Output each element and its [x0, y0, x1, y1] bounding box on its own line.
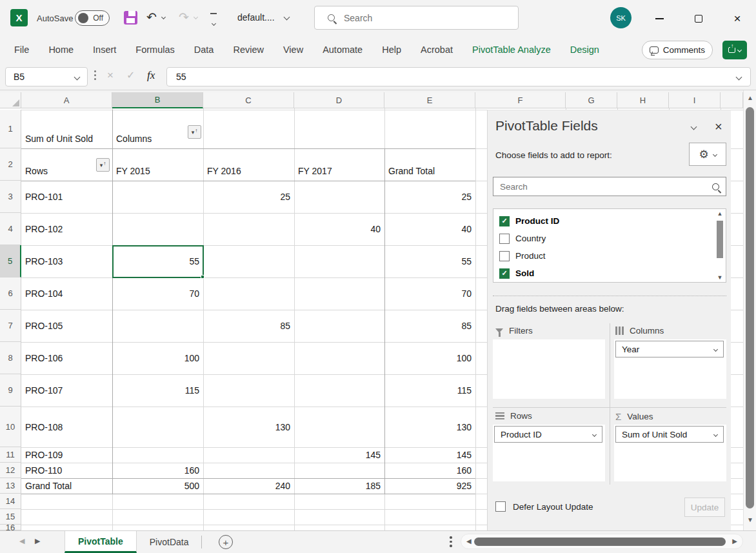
pivot-cell[interactable]: 40	[384, 213, 475, 245]
insert-function-icon[interactable]: fx	[147, 69, 155, 82]
ribbon-tab-formulas[interactable]: Formulas	[135, 45, 174, 55]
close-button[interactable]: ×	[723, 9, 751, 28]
pane-search-input[interactable]	[500, 182, 712, 192]
pivot-corner-cell[interactable]: Sum of Unit Sold	[21, 110, 112, 148]
pivot-grand-total-cell[interactable]: 240	[203, 478, 294, 494]
row-header-5[interactable]: 5	[0, 245, 21, 277]
row-header-7[interactable]: 7	[0, 310, 21, 342]
scroll-down-icon[interactable]: ▼	[715, 274, 724, 281]
search-input[interactable]	[344, 13, 499, 23]
field-checkbox[interactable]	[499, 234, 510, 244]
column-header-A[interactable]: A	[21, 92, 112, 108]
ribbon-tab-file[interactable]: File	[14, 45, 29, 55]
select-all-corner[interactable]	[0, 92, 21, 108]
pivot-grand-total-label[interactable]: Grand Total	[21, 478, 112, 494]
pivot-grand-total-cell[interactable]: 185	[294, 478, 384, 494]
save-icon[interactable]	[124, 11, 137, 25]
pivot-row-label[interactable]: PRO-105	[21, 310, 112, 342]
row-header-8[interactable]: 8	[0, 342, 21, 374]
row-header-4[interactable]: 4	[0, 213, 21, 245]
titlebar-search[interactable]	[314, 6, 519, 30]
row-header-9[interactable]: 9	[0, 374, 21, 407]
pivot-column-header[interactable]: Grand Total	[384, 148, 475, 181]
rows-area-box[interactable]: Product ID	[493, 425, 605, 481]
horizontal-scroll-thumb[interactable]	[474, 538, 726, 546]
vertical-scroll-thumb[interactable]	[746, 107, 754, 508]
scroll-up-icon[interactable]: ▲	[715, 210, 724, 217]
minimize-button[interactable]	[645, 9, 673, 28]
pivot-cell[interactable]: 70	[384, 277, 475, 310]
defer-layout-checkbox[interactable]	[495, 501, 506, 512]
ribbon-tab-view[interactable]: View	[283, 45, 303, 55]
share-button[interactable]	[722, 41, 747, 59]
row-header-2[interactable]: 2	[0, 148, 21, 181]
pivot-cell[interactable]: 160	[384, 463, 475, 478]
pane-close-icon[interactable]: ×	[715, 119, 722, 134]
horizontal-scrollbar[interactable]: ◀ ▶	[461, 534, 743, 549]
pivot-row-label[interactable]: PRO-104	[21, 277, 112, 310]
ribbon-tab-insert[interactable]: Insert	[93, 45, 116, 55]
columns-area-item[interactable]: Year	[615, 341, 724, 357]
field-list[interactable]: ✓Product IDCountryProduct✓Sold ▲ ▼	[493, 208, 726, 283]
undo-icon[interactable]: ↶	[146, 11, 157, 23]
avatar[interactable]: SK	[610, 7, 632, 28]
quick-access-chevron-icon[interactable]	[210, 13, 217, 28]
pivot-row-label[interactable]: PRO-110	[21, 463, 112, 478]
pivot-cell[interactable]: 85	[203, 310, 294, 342]
field-list-scrollbar[interactable]: ▲ ▼	[715, 210, 724, 281]
scroll-right-icon[interactable]: ▶	[732, 538, 737, 545]
row-header-16[interactable]: 16	[0, 525, 21, 530]
column-header-H[interactable]: H	[617, 92, 669, 108]
pivot-cell[interactable]: 85	[384, 310, 475, 342]
document-name[interactable]: default....	[237, 12, 275, 23]
formula-bar-expand-chevron-icon[interactable]	[736, 74, 742, 80]
ribbon-tab-acrobat[interactable]: Acrobat	[421, 45, 453, 55]
rows-filter-button[interactable]: ▾↑	[96, 158, 110, 172]
ribbon-tab-help[interactable]: Help	[382, 45, 401, 55]
pivot-row-label[interactable]: PRO-102	[21, 213, 112, 245]
ribbon-tab-pivottable-analyze[interactable]: PivotTable Analyze	[472, 45, 551, 55]
rows-area-item[interactable]: Product ID	[494, 426, 602, 443]
undo-chevron-icon[interactable]	[161, 15, 166, 19]
pivot-grand-total-cell[interactable]: 500	[112, 478, 203, 494]
pivot-column-header[interactable]: FY 2017	[294, 148, 384, 181]
scroll-thumb[interactable]	[717, 221, 723, 258]
item-chevron-icon[interactable]	[713, 347, 718, 351]
ribbon-tab-automate[interactable]: Automate	[323, 45, 363, 55]
values-area-box[interactable]: Sum of Unit Sold	[614, 425, 726, 481]
ribbon-tab-home[interactable]: Home	[48, 45, 74, 55]
pivot-row-label[interactable]: PRO-103	[21, 245, 112, 277]
pivot-cell[interactable]: 70	[112, 277, 203, 310]
doc-name-chevron-icon[interactable]	[284, 14, 290, 21]
column-header-G[interactable]: G	[566, 92, 617, 108]
pivot-column-header[interactable]: FY 2016	[203, 148, 294, 181]
pane-chevron-icon[interactable]	[691, 124, 697, 130]
add-sheet-button[interactable]: +	[219, 535, 233, 549]
name-box[interactable]: B5	[5, 67, 88, 86]
pivot-row-label[interactable]: PRO-106	[21, 342, 112, 374]
pivot-column-header[interactable]: FY 2015	[112, 148, 203, 181]
vertical-scrollbar[interactable]: ▲ ▼	[743, 90, 756, 530]
column-header-C[interactable]: C	[203, 92, 294, 108]
pivot-row-label[interactable]: PRO-108	[21, 407, 112, 447]
name-box-chevron-icon[interactable]	[74, 74, 81, 80]
row-header-3[interactable]: 3	[0, 181, 21, 213]
pivot-cell[interactable]: 100	[112, 342, 203, 374]
sheet-tab-pivotdata[interactable]: PivotData	[137, 531, 202, 553]
maximize-button[interactable]	[684, 9, 713, 28]
pivot-cell[interactable]: 100	[384, 342, 475, 374]
pivot-cell[interactable]: 25	[203, 181, 294, 213]
row-header-6[interactable]: 6	[0, 277, 21, 310]
pivot-cell[interactable]: 160	[112, 463, 203, 478]
ribbon-tab-review[interactable]: Review	[233, 45, 264, 55]
row-header-11[interactable]: 11	[0, 447, 21, 463]
sheet-options-ellipsis-icon[interactable]	[450, 536, 452, 547]
field-checkbox[interactable]	[499, 251, 510, 261]
pivot-grand-total-cell[interactable]: 925	[384, 478, 475, 494]
pivot-cell[interactable]: 130	[203, 407, 294, 447]
columns-filter-button[interactable]: ▾↑	[188, 125, 201, 139]
pivot-row-label[interactable]: PRO-107	[21, 374, 112, 407]
pivot-cell[interactable]: 55	[384, 245, 475, 277]
row-header-13[interactable]: 13	[0, 478, 21, 494]
row-header-10[interactable]: 10	[0, 407, 21, 447]
